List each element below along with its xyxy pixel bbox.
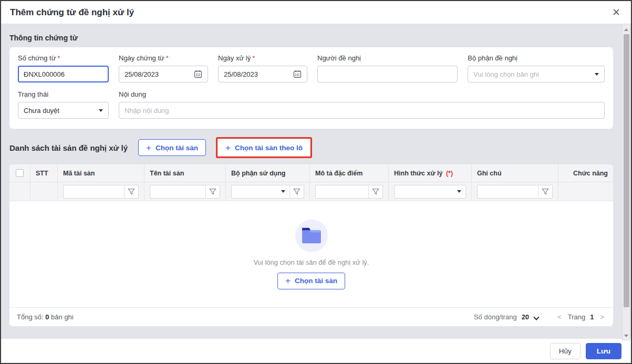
document-number-input[interactable]: ĐNXL000006 <box>18 66 109 82</box>
save-button[interactable]: Lưu <box>586 343 621 359</box>
asset-section-header: Danh sách tài sản đề nghị xử lý + Chọn t… <box>9 137 613 158</box>
asset-section-heading: Danh sách tài sản đề nghị xử lý <box>9 143 128 152</box>
status-value: Chưa duyệt <box>24 107 95 115</box>
requesting-department-select[interactable]: Vui lòng chọn bản ghi <box>468 66 605 82</box>
document-date-field: Ngày chứng từ* 25/08/2023 <box>119 54 208 82</box>
document-date-input[interactable]: 25/08/2023 <box>119 66 208 82</box>
chevron-down-icon <box>457 190 461 193</box>
document-date-label: Ngày chứng từ <box>119 54 164 62</box>
total-value: 0 <box>45 313 49 321</box>
chevron-down-icon <box>281 190 285 193</box>
requester-label: Người đề nghị <box>317 54 361 62</box>
vertical-scrollbar[interactable] <box>622 25 630 341</box>
column-header-asset-code: Mã tài sản <box>58 164 144 182</box>
total-unit: bản ghi <box>51 313 74 321</box>
prev-page-button[interactable]: < <box>556 313 563 321</box>
document-number-value: ĐNXL000006 <box>24 70 103 78</box>
total-label: Tổng số: <box>17 313 44 321</box>
plus-icon: + <box>146 143 151 152</box>
asset-code-filter-funnel[interactable] <box>124 185 138 198</box>
dialog-footer: Hủy Lưu <box>1 339 631 363</box>
funnel-icon <box>542 188 549 195</box>
record-total: Tổng số: 0 bản ghi <box>17 313 74 321</box>
empty-select-asset-button-label: Chọn tài sản <box>295 277 337 285</box>
asset-table: STT Mã tài sản Tên tài sản Bộ phận sử dụ… <box>9 164 613 326</box>
select-asset-button[interactable]: + Chọn tài sản <box>138 139 206 156</box>
asset-name-filter-funnel[interactable] <box>205 185 220 198</box>
content-field: Nội dung Nhập nội dung <box>119 90 605 119</box>
processing-date-input[interactable]: 25/08/2023 <box>218 66 307 82</box>
requester-input[interactable] <box>317 66 458 82</box>
column-header-description: Mô tả đặc điểm <box>310 164 389 182</box>
dialog-body: Thông tin chứng từ Số chứng từ* ĐNXL0000… <box>1 24 631 339</box>
cancel-button[interactable]: Hủy <box>550 343 581 359</box>
processing-date-label: Ngày xử lý <box>218 54 251 62</box>
column-header-actions: Chức năng <box>558 164 613 182</box>
triangle-down-icon <box>624 335 628 337</box>
rows-per-page-chevron-icon[interactable] <box>534 315 539 320</box>
info-section-heading: Thông tin chứng từ <box>9 34 613 42</box>
funnel-icon <box>372 188 379 195</box>
plus-icon: + <box>225 143 231 152</box>
table-filter-row <box>9 182 613 201</box>
asset-name-filter-input[interactable] <box>150 185 205 198</box>
funnel-icon <box>128 188 135 195</box>
close-icon[interactable]: ✕ <box>612 7 620 17</box>
calendar-icon[interactable] <box>194 70 202 78</box>
pagination: Số dòng/trang 20 < Trang 1 > <box>474 313 606 321</box>
select-asset-button-label: Chọn tài sản <box>156 144 198 152</box>
next-page-button[interactable]: > <box>598 313 606 321</box>
annotation-highlight-box: + Chọn tài sản theo lô <box>216 137 312 158</box>
processing-date-value: 25/08/2023 <box>224 70 289 78</box>
dialog-titlebar: Thêm chứng từ đề nghị xử lý ✕ <box>1 1 631 24</box>
form-row-2: Trạng thái Chưa duyệt Nội dung Nhập nội … <box>18 90 605 119</box>
column-header-using-department: Bộ phận sử dụng <box>226 164 310 182</box>
content-input[interactable]: Nhập nội dung <box>119 102 605 119</box>
using-department-filter-select[interactable] <box>232 185 289 198</box>
document-number-field: Số chứng từ* ĐNXL000006 <box>18 54 109 82</box>
processing-date-field: Ngày xử lý* 25/08/2023 <box>218 54 307 82</box>
column-header-note: Ghi chú <box>472 164 558 182</box>
processing-type-filter-select[interactable] <box>395 185 465 198</box>
select-all-checkbox[interactable] <box>16 169 24 177</box>
required-asterisk: * <box>57 54 60 62</box>
column-header-processing-type: Hình thức xử lý (*) <box>389 164 472 182</box>
select-asset-batch-button[interactable]: + Chọn tài sản theo lô <box>218 139 310 156</box>
asset-code-filter-input[interactable] <box>64 185 124 198</box>
status-select[interactable]: Chưa duyệt <box>18 102 109 119</box>
description-filter-input[interactable] <box>316 185 368 198</box>
page-number: 1 <box>590 313 594 321</box>
scrollbar-up-arrow[interactable] <box>623 26 630 34</box>
document-info-card: Số chứng từ* ĐNXL000006 Ngày chứng từ* 2… <box>9 47 613 129</box>
document-date-value: 25/08/2023 <box>125 70 190 78</box>
scrollbar-thumb[interactable] <box>624 34 629 307</box>
using-department-filter-funnel[interactable] <box>289 185 304 198</box>
funnel-icon <box>209 188 216 195</box>
document-number-label: Số chứng từ <box>18 54 56 62</box>
column-header-stt: STT <box>30 164 58 182</box>
page-label: Trang <box>568 313 585 321</box>
dialog-title: Thêm chứng từ đề nghị xử lý <box>10 7 134 18</box>
empty-select-asset-button[interactable]: + Chọn tài sản <box>277 273 345 289</box>
content-placeholder: Nhập nội dung <box>125 107 599 115</box>
triangle-up-icon <box>624 28 628 31</box>
requesting-department-field: Bộ phận đề nghị Vui lòng chọn bản ghi <box>468 54 605 82</box>
funnel-icon <box>293 188 301 195</box>
requesting-department-label: Bộ phận đề nghị <box>468 54 517 62</box>
note-filter-input[interactable] <box>478 185 538 198</box>
required-asterisk: * <box>252 54 255 62</box>
select-asset-batch-button-label: Chọn tài sản theo lô <box>235 144 303 152</box>
rows-per-page-value[interactable]: 20 <box>522 313 529 321</box>
empty-folder-badge <box>295 220 328 252</box>
calendar-icon[interactable] <box>293 70 302 78</box>
empty-state-message: Vui lòng chọn tài sản để đề nghị xử lý. <box>254 258 369 266</box>
chevron-down-icon <box>595 73 599 76</box>
scrollbar-down-arrow[interactable] <box>623 332 630 340</box>
plus-icon: + <box>285 276 291 285</box>
folder-icon <box>301 227 323 245</box>
content-label: Nội dung <box>119 90 146 98</box>
status-label: Trạng thái <box>18 90 48 98</box>
note-filter-funnel[interactable] <box>538 185 552 198</box>
description-filter-funnel[interactable] <box>368 185 382 198</box>
chevron-down-icon <box>99 109 103 112</box>
